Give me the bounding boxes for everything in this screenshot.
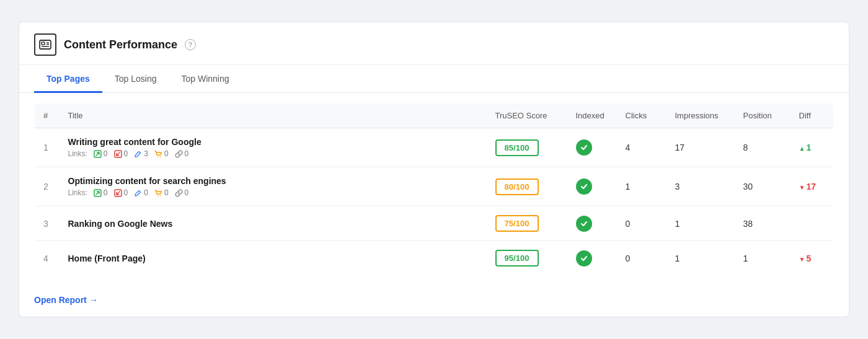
col-header-num: # xyxy=(35,103,60,128)
row-clicks: 0 xyxy=(617,206,666,241)
row-links: Links: 0 0 3 0 0 xyxy=(68,149,478,158)
score-badge: 80/100 xyxy=(495,178,539,195)
row-score: 95/100 xyxy=(487,241,567,276)
open-report-section: Open Report → xyxy=(19,286,849,317)
score-badge: 85/100 xyxy=(495,139,539,156)
link-item[interactable]: 0 xyxy=(154,188,169,197)
row-diff: 5 xyxy=(790,241,834,276)
indexed-check-icon xyxy=(576,139,592,156)
link-item[interactable]: 0 xyxy=(154,149,169,158)
row-links: Links: 0 0 0 0 0 xyxy=(68,188,478,197)
col-header-position: Position xyxy=(735,103,790,128)
page-title: Content Performance xyxy=(64,38,177,51)
indexed-check-icon xyxy=(576,178,592,195)
svg-rect-1 xyxy=(42,42,45,45)
row-indexed xyxy=(567,206,617,241)
row-impressions: 1 xyxy=(666,241,735,276)
row-score: 75/100 xyxy=(487,206,567,241)
diff-up: 1 xyxy=(799,143,825,152)
indexed-check-icon xyxy=(576,250,592,266)
link-item[interactable]: 0 xyxy=(94,149,108,158)
content-performance-card: Content Performance ? Top Pages Top Losi… xyxy=(19,22,849,317)
svg-point-11 xyxy=(157,195,159,196)
col-header-clicks: Clicks xyxy=(617,103,666,128)
row-num: 4 xyxy=(35,241,60,276)
row-clicks: 0 xyxy=(617,241,666,276)
tab-top-losing[interactable]: Top Losing xyxy=(102,65,169,93)
svg-point-7 xyxy=(157,156,159,157)
row-diff: 17 xyxy=(790,167,834,206)
score-badge: 75/100 xyxy=(495,215,539,232)
card-header: Content Performance ? xyxy=(19,22,849,65)
row-title[interactable]: Ranking on Google News xyxy=(68,219,478,229)
row-impressions: 3 xyxy=(666,167,735,206)
table-row: 1Writing great content for GoogleLinks: … xyxy=(35,128,834,167)
tab-top-pages[interactable]: Top Pages xyxy=(34,65,102,93)
col-header-impressions: Impressions xyxy=(666,103,735,128)
row-num: 1 xyxy=(35,128,60,167)
tab-top-winning[interactable]: Top Winning xyxy=(169,65,241,93)
link-item[interactable]: 0 xyxy=(175,149,189,158)
row-title-cell: Home (Front Page) xyxy=(60,241,487,276)
link-item[interactable]: 0 xyxy=(114,188,128,197)
score-badge: 95/100 xyxy=(495,250,539,266)
table-row: 2Optimizing content for search enginesLi… xyxy=(35,167,834,206)
col-header-diff: Diff xyxy=(790,103,834,128)
table-header-row: # Title TruSEO Score Indexed Clicks Impr… xyxy=(35,103,834,128)
row-position: 30 xyxy=(735,167,790,206)
col-header-indexed: Indexed xyxy=(567,103,617,128)
row-position: 8 xyxy=(735,128,790,167)
indexed-check-icon xyxy=(576,216,592,232)
row-clicks: 4 xyxy=(617,128,666,167)
col-header-score: TruSEO Score xyxy=(487,103,567,128)
row-diff xyxy=(790,206,834,241)
table-row: 3Ranking on Google News75/1000138 xyxy=(35,206,834,241)
open-report-link[interactable]: Open Report → xyxy=(34,295,98,305)
row-title[interactable]: Optimizing content for search engines xyxy=(68,176,478,186)
row-title-cell: Writing great content for GoogleLinks: 0… xyxy=(60,128,487,167)
link-item[interactable]: 3 xyxy=(134,149,148,158)
row-score: 85/100 xyxy=(487,128,567,167)
row-impressions: 1 xyxy=(666,206,735,241)
row-title-cell: Optimizing content for search enginesLin… xyxy=(60,167,487,206)
link-item[interactable]: 0 xyxy=(175,188,189,197)
help-icon[interactable]: ? xyxy=(185,39,196,50)
row-num: 2 xyxy=(35,167,60,206)
col-header-title: Title xyxy=(60,103,487,128)
table-wrapper: # Title TruSEO Score Indexed Clicks Impr… xyxy=(19,93,849,286)
row-title[interactable]: Home (Front Page) xyxy=(68,253,478,263)
card-icon xyxy=(34,33,56,56)
link-item[interactable]: 0 xyxy=(114,149,128,158)
row-impressions: 17 xyxy=(666,128,735,167)
link-item[interactable]: 0 xyxy=(94,188,108,197)
diff-down: 17 xyxy=(799,182,825,192)
row-title-cell: Ranking on Google News xyxy=(60,206,487,241)
svg-point-12 xyxy=(160,195,161,196)
table-row: 4Home (Front Page)95/100011 5 xyxy=(35,241,834,276)
row-indexed xyxy=(567,167,617,206)
link-item[interactable]: 0 xyxy=(134,188,148,197)
row-clicks: 1 xyxy=(617,167,666,206)
row-position: 1 xyxy=(735,241,790,276)
row-num: 3 xyxy=(35,206,60,241)
tab-bar: Top Pages Top Losing Top Winning xyxy=(19,65,849,93)
row-indexed xyxy=(567,128,617,167)
row-diff: 1 xyxy=(790,128,834,167)
row-indexed xyxy=(567,241,617,276)
row-position: 38 xyxy=(735,206,790,241)
content-table: # Title TruSEO Score Indexed Clicks Impr… xyxy=(34,103,834,276)
row-title[interactable]: Writing great content for Google xyxy=(68,137,478,147)
svg-point-8 xyxy=(160,156,161,157)
row-score: 80/100 xyxy=(487,167,567,206)
diff-down: 5 xyxy=(799,253,825,263)
